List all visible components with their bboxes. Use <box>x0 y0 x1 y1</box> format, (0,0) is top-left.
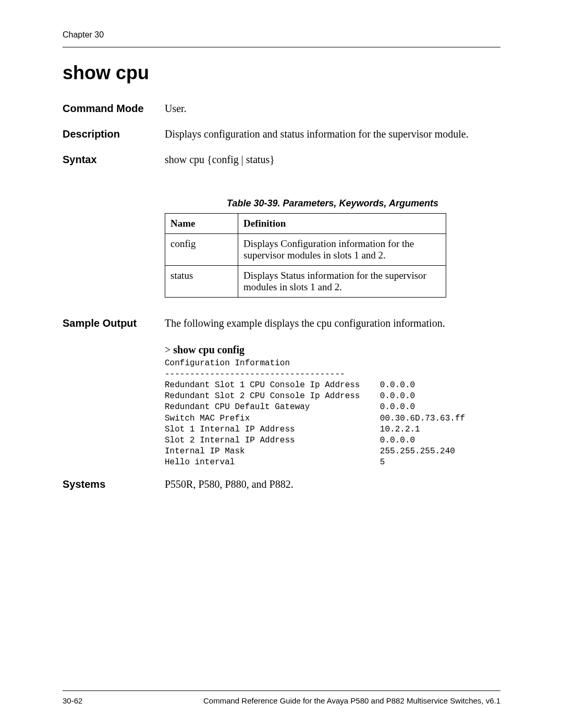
table-cell-definition: Displays Configuration information for t… <box>238 234 446 266</box>
parameters-table: Name Definition config Displays Configur… <box>165 213 446 298</box>
section-label-systems: Systems <box>63 478 165 490</box>
section-value-syntax: show cpu {config | status} <box>165 153 500 167</box>
table-header-name: Name <box>165 214 238 234</box>
table-header-row: Name Definition <box>165 214 446 234</box>
sample-prompt: > <box>165 344 170 355</box>
section-description: Description Displays configuration and s… <box>63 127 500 141</box>
document-page: Chapter 30 show cpu Command Mode User. D… <box>0 0 563 491</box>
sample-command: show cpu config <box>173 344 244 355</box>
sample-output-block: > show cpu config Configuration Informat… <box>165 344 500 468</box>
section-systems: Systems P550R, P580, P880, and P882. <box>63 477 500 491</box>
section-value-description: Displays configuration and status inform… <box>165 127 500 141</box>
sample-output-text: Configuration Information --------------… <box>165 358 500 468</box>
table-cell-name: status <box>165 266 238 298</box>
section-value-command-mode: User. <box>165 102 500 116</box>
footer-page-number: 30-62 <box>63 696 82 705</box>
table-row: config Displays Configuration informatio… <box>165 234 446 266</box>
parameters-table-block: Table 30-39. Parameters, Keywords, Argum… <box>165 198 500 298</box>
section-sample-output: Sample Output The following example disp… <box>63 316 500 342</box>
sample-command-line: > show cpu config <box>165 344 500 356</box>
command-title: show cpu <box>63 62 500 84</box>
section-label-syntax: Syntax <box>63 154 165 166</box>
section-syntax: Syntax show cpu {config | status} <box>63 153 500 167</box>
table-cell-name: config <box>165 234 238 266</box>
footer-doc-title: Command Reference Guide for the Avaya P5… <box>203 696 500 705</box>
table-cell-definition: Displays Status information for the supe… <box>238 266 446 298</box>
section-value-systems: P550R, P580, P880, and P882. <box>165 477 500 491</box>
table-caption: Table 30-39. Parameters, Keywords, Argum… <box>165 198 500 209</box>
section-command-mode: Command Mode User. <box>63 102 500 116</box>
chapter-label: Chapter 30 <box>63 30 500 40</box>
sample-output-intro: The following example displays the cpu c… <box>165 316 500 330</box>
header-rule <box>63 47 500 47</box>
section-label-command-mode: Command Mode <box>63 103 165 115</box>
table-row: status Displays Status information for t… <box>165 266 446 298</box>
section-label-sample-output: Sample Output <box>63 317 165 329</box>
table-header-definition: Definition <box>238 214 446 234</box>
section-label-description: Description <box>63 128 165 140</box>
page-footer: 30-62 Command Reference Guide for the Av… <box>63 690 500 705</box>
